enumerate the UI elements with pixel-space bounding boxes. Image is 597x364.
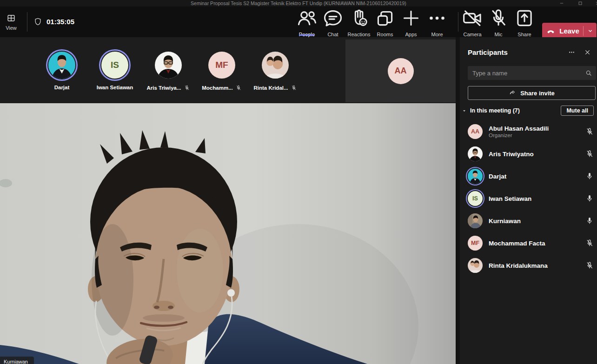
mic-muted-icon xyxy=(585,261,594,270)
window-title: Seminar Proposal Tesis S2 Magister Tekni… xyxy=(0,0,597,7)
search-icon xyxy=(585,69,592,77)
participant-name: Kurniawan xyxy=(489,218,585,225)
leave-button[interactable]: Leave xyxy=(542,23,583,39)
share-invite-button[interactable]: Share invite xyxy=(468,86,596,100)
mute-all-button[interactable]: Mute all xyxy=(561,106,594,116)
participant-name: Rinta Kridalukmana xyxy=(489,262,585,269)
share-invite-icon xyxy=(509,89,516,97)
participant-name: Darjat xyxy=(489,173,585,180)
participant-search xyxy=(468,66,596,80)
participant-row-kurniawan[interactable]: Kurniawan xyxy=(460,210,597,232)
avatar xyxy=(262,52,289,79)
teams-meeting-window: Seminar Proposal Tesis S2 Magister Tekni… xyxy=(0,0,597,364)
participant-role: Organizer xyxy=(489,132,585,138)
grid-view-icon xyxy=(6,13,16,23)
avatar xyxy=(468,169,483,184)
leave-options-button[interactable] xyxy=(584,23,597,39)
toolbar-divider xyxy=(27,12,27,32)
mic-muted-icon xyxy=(585,127,594,136)
meeting-stage: Darjat IS Iwan Setiawan Aris Triwiya... … xyxy=(0,37,456,364)
thumbnail-name: Iwan Setiawan xyxy=(97,85,133,90)
participant-name: Aris Triwiyatno xyxy=(489,151,585,158)
participant-row-darjat[interactable]: Darjat xyxy=(460,165,597,187)
panel-title: Participants xyxy=(468,48,568,56)
participant-name: Abul Hasan Assadili xyxy=(489,125,585,132)
toolbar-av-controls: Camera Mic Share xyxy=(459,7,537,37)
participant-row-rinta[interactable]: Rinta Kridalukmana xyxy=(460,254,597,277)
view-button[interactable]: View xyxy=(1,7,21,37)
participant-thumbnail-rinta[interactable]: Rinta Kridal... xyxy=(250,52,301,91)
avatar xyxy=(468,213,483,228)
panel-header: Participants xyxy=(468,48,591,56)
participant-thumbnail-mochammad[interactable]: MF Mochamm... xyxy=(196,52,247,91)
participant-row-aris[interactable]: Aris Triwiyatno xyxy=(460,143,597,165)
main-video-kurniawan: Kurniawan xyxy=(0,103,456,364)
video-tile-abul[interactable]: AA xyxy=(345,40,456,102)
share-button[interactable]: Share xyxy=(511,7,537,37)
participant-list: AA Abul Hasan Assadili Organizer Aris Tr… xyxy=(460,120,597,277)
meeting-toolbar: View 01:35:05 People Chat Reactions Room… xyxy=(0,7,597,37)
meeting-timer: 01:35:05 xyxy=(46,7,74,37)
participant-row-iwan[interactable]: IS Iwan Setiawan xyxy=(460,187,597,210)
mic-muted-icon xyxy=(585,238,594,248)
maximize-button[interactable] xyxy=(577,0,583,6)
avatar: MF xyxy=(468,236,483,251)
in-meeting-section: In this meeting (7) Mute all xyxy=(462,105,594,116)
participant-row-abul[interactable]: AA Abul Hasan Assadili Organizer xyxy=(460,120,597,143)
thumbnail-name: Aris Triwiya... xyxy=(146,85,181,91)
participant-thumbnail-iwan[interactable]: IS Iwan Setiawan xyxy=(89,52,140,90)
participant-row-mochammad[interactable]: MF Mochammad Facta xyxy=(460,232,597,254)
view-label: View xyxy=(6,25,17,31)
mic-on-icon xyxy=(585,172,594,181)
avatar xyxy=(468,258,483,273)
video-name-tag: Kurniawan xyxy=(0,357,34,364)
window-titlebar: Seminar Proposal Tesis S2 Magister Tekni… xyxy=(0,0,597,7)
avatar xyxy=(155,52,182,79)
thumbnail-name: Darjat xyxy=(54,85,70,90)
participant-thumbnail-aris[interactable]: Aris Triwiya... xyxy=(143,52,194,91)
avatar: AA xyxy=(468,124,483,139)
avatar xyxy=(48,52,75,79)
avatar xyxy=(468,146,483,161)
mic-muted-icon xyxy=(184,85,190,91)
participant-thumbnail-darjat[interactable]: Darjat xyxy=(36,52,87,90)
avatar: IS xyxy=(468,191,483,206)
leave-label: Leave xyxy=(559,27,579,35)
mic-on-icon xyxy=(585,194,594,203)
participant-name: Iwan Setiawan xyxy=(489,195,585,202)
chevron-down-icon xyxy=(587,27,594,34)
participants-panel: Participants Share invite In this meetin… xyxy=(456,37,597,364)
section-collapse-icon[interactable] xyxy=(462,108,467,113)
close-window-button[interactable] xyxy=(595,0,597,6)
mic-on-icon xyxy=(585,216,594,225)
hangup-phone-icon xyxy=(546,26,556,36)
thumbnail-name: Mochamm... xyxy=(202,85,232,91)
avatar: MF xyxy=(208,52,235,79)
share-invite-label: Share invite xyxy=(520,90,555,97)
search-input[interactable] xyxy=(472,70,585,77)
leave-button-group: Leave xyxy=(542,23,597,39)
avatar: AA xyxy=(388,58,414,84)
minimize-button[interactable] xyxy=(559,0,564,6)
thumbnail-name: Rinta Kridal... xyxy=(253,85,288,91)
panel-more-icon[interactable] xyxy=(568,48,576,56)
avatar: IS xyxy=(101,52,128,79)
mic-muted-icon xyxy=(235,85,242,91)
section-label: In this meeting (7) xyxy=(470,107,561,114)
panel-close-icon[interactable] xyxy=(584,48,591,56)
participant-name: Mochammad Facta xyxy=(489,240,585,247)
mic-muted-icon xyxy=(291,85,297,91)
shield-icon xyxy=(33,17,42,28)
mic-muted-icon xyxy=(585,149,594,159)
webcam-video xyxy=(0,103,456,364)
